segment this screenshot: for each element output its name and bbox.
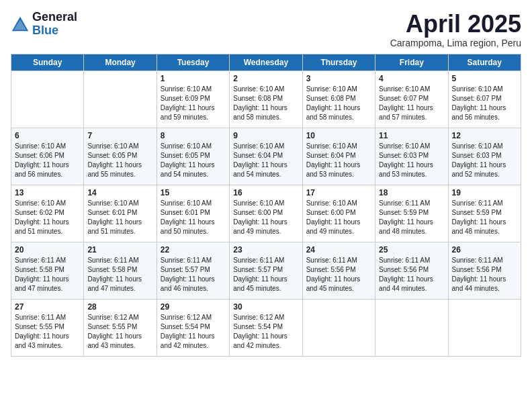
- day-info: Sunrise: 6:10 AM Sunset: 6:00 PM Dayligh…: [306, 199, 371, 236]
- day-number: 18: [379, 188, 444, 197]
- day-info: Sunrise: 6:11 AM Sunset: 5:56 PM Dayligh…: [379, 256, 444, 293]
- day-number: 2: [233, 74, 298, 83]
- day-info: Sunrise: 6:10 AM Sunset: 6:08 PM Dayligh…: [306, 85, 371, 122]
- day-number: 20: [15, 245, 80, 255]
- header-friday: Friday: [375, 54, 448, 71]
- title-block: April 2025 Carampoma, Lima region, Peru: [390, 11, 521, 48]
- calendar-cell-0-6: 5Sunrise: 6:10 AM Sunset: 6:07 PM Daylig…: [448, 71, 521, 128]
- weekday-header-row: Sunday Monday Tuesday Wednesday Thursday…: [11, 54, 521, 71]
- day-number: 27: [15, 302, 80, 312]
- calendar-cell-1-0: 6Sunrise: 6:10 AM Sunset: 6:06 PM Daylig…: [11, 128, 84, 185]
- calendar-cell-1-1: 7Sunrise: 6:10 AM Sunset: 6:05 PM Daylig…: [84, 128, 157, 185]
- calendar-row-3: 20Sunrise: 6:11 AM Sunset: 5:58 PM Dayli…: [11, 242, 521, 299]
- day-number: 16: [233, 188, 298, 197]
- day-info: Sunrise: 6:10 AM Sunset: 6:04 PM Dayligh…: [306, 142, 371, 179]
- calendar-cell-4-0: 27Sunrise: 6:11 AM Sunset: 5:55 PM Dayli…: [11, 299, 84, 356]
- day-number: 13: [15, 188, 80, 197]
- calendar-cell-4-5: [375, 299, 448, 356]
- calendar-cell-3-2: 22Sunrise: 6:11 AM Sunset: 5:57 PM Dayli…: [157, 242, 229, 299]
- day-info: Sunrise: 6:12 AM Sunset: 5:54 PM Dayligh…: [233, 313, 298, 351]
- calendar-row-2: 13Sunrise: 6:10 AM Sunset: 6:02 PM Dayli…: [11, 185, 521, 242]
- calendar-cell-1-3: 9Sunrise: 6:10 AM Sunset: 6:04 PM Daylig…: [230, 128, 302, 185]
- day-info: Sunrise: 6:11 AM Sunset: 5:59 PM Dayligh…: [452, 199, 517, 236]
- day-number: 10: [306, 131, 371, 140]
- header-monday: Monday: [84, 54, 157, 71]
- day-info: Sunrise: 6:12 AM Sunset: 5:54 PM Dayligh…: [161, 313, 226, 351]
- calendar-cell-0-5: 4Sunrise: 6:10 AM Sunset: 6:07 PM Daylig…: [375, 71, 448, 128]
- calendar-cell-3-1: 21Sunrise: 6:11 AM Sunset: 5:58 PM Dayli…: [84, 242, 157, 299]
- day-number: 14: [87, 188, 152, 197]
- calendar-cell-4-2: 29Sunrise: 6:12 AM Sunset: 5:54 PM Dayli…: [157, 299, 229, 356]
- day-number: 30: [233, 302, 298, 312]
- day-info: Sunrise: 6:11 AM Sunset: 5:57 PM Dayligh…: [233, 256, 298, 293]
- calendar-cell-2-1: 14Sunrise: 6:10 AM Sunset: 6:01 PM Dayli…: [84, 185, 157, 242]
- day-number: 3: [306, 74, 371, 83]
- day-info: Sunrise: 6:11 AM Sunset: 5:55 PM Dayligh…: [15, 313, 80, 351]
- calendar-cell-1-2: 8Sunrise: 6:10 AM Sunset: 6:05 PM Daylig…: [157, 128, 229, 185]
- day-info: Sunrise: 6:10 AM Sunset: 6:01 PM Dayligh…: [161, 199, 226, 236]
- calendar-cell-4-4: [302, 299, 375, 356]
- day-number: 21: [87, 245, 152, 255]
- day-number: 1: [161, 74, 226, 83]
- day-number: 5: [452, 74, 517, 83]
- header-tuesday: Tuesday: [157, 54, 229, 71]
- day-number: 25: [379, 245, 444, 255]
- calendar-row-1: 6Sunrise: 6:10 AM Sunset: 6:06 PM Daylig…: [11, 128, 521, 185]
- calendar-cell-3-4: 24Sunrise: 6:11 AM Sunset: 5:56 PM Dayli…: [302, 242, 375, 299]
- logo-blue-text: Blue: [32, 24, 77, 38]
- day-info: Sunrise: 6:10 AM Sunset: 6:02 PM Dayligh…: [15, 199, 80, 236]
- day-number: 17: [306, 188, 371, 197]
- calendar-cell-0-4: 3Sunrise: 6:10 AM Sunset: 6:08 PM Daylig…: [302, 71, 375, 128]
- calendar-cell-1-6: 12Sunrise: 6:10 AM Sunset: 6:03 PM Dayli…: [448, 128, 521, 185]
- calendar-cell-3-5: 25Sunrise: 6:11 AM Sunset: 5:56 PM Dayli…: [375, 242, 448, 299]
- day-number: 9: [233, 131, 298, 140]
- day-info: Sunrise: 6:11 AM Sunset: 5:58 PM Dayligh…: [15, 256, 80, 293]
- calendar-cell-2-6: 19Sunrise: 6:11 AM Sunset: 5:59 PM Dayli…: [448, 185, 521, 242]
- calendar-table: Sunday Monday Tuesday Wednesday Thursday…: [11, 54, 521, 357]
- day-info: Sunrise: 6:10 AM Sunset: 6:07 PM Dayligh…: [452, 85, 517, 122]
- logo: General Blue: [11, 11, 77, 38]
- day-info: Sunrise: 6:10 AM Sunset: 6:08 PM Dayligh…: [233, 85, 298, 122]
- calendar-body: 1Sunrise: 6:10 AM Sunset: 6:09 PM Daylig…: [11, 71, 521, 356]
- calendar-cell-1-4: 10Sunrise: 6:10 AM Sunset: 6:04 PM Dayli…: [302, 128, 375, 185]
- calendar-row-0: 1Sunrise: 6:10 AM Sunset: 6:09 PM Daylig…: [11, 71, 521, 128]
- day-info: Sunrise: 6:10 AM Sunset: 6:01 PM Dayligh…: [87, 199, 152, 236]
- day-number: 12: [452, 131, 517, 140]
- calendar-cell-2-0: 13Sunrise: 6:10 AM Sunset: 6:02 PM Dayli…: [11, 185, 84, 242]
- logo-general-text: General: [32, 11, 77, 24]
- calendar-cell-2-2: 15Sunrise: 6:10 AM Sunset: 6:01 PM Dayli…: [157, 185, 229, 242]
- day-info: Sunrise: 6:11 AM Sunset: 5:56 PM Dayligh…: [306, 256, 371, 293]
- day-info: Sunrise: 6:10 AM Sunset: 6:00 PM Dayligh…: [233, 199, 298, 236]
- day-number: 8: [161, 131, 226, 140]
- day-number: 29: [161, 302, 226, 312]
- calendar-cell-0-1: [84, 71, 157, 128]
- day-info: Sunrise: 6:11 AM Sunset: 5:58 PM Dayligh…: [87, 256, 152, 293]
- day-info: Sunrise: 6:10 AM Sunset: 6:05 PM Dayligh…: [87, 142, 152, 179]
- day-info: Sunrise: 6:10 AM Sunset: 6:03 PM Dayligh…: [379, 142, 444, 179]
- day-info: Sunrise: 6:11 AM Sunset: 5:57 PM Dayligh…: [161, 256, 226, 293]
- day-number: 11: [379, 131, 444, 140]
- day-number: 22: [161, 245, 226, 255]
- header-sunday: Sunday: [11, 54, 84, 71]
- calendar-cell-0-0: [11, 71, 84, 128]
- header-wednesday: Wednesday: [230, 54, 302, 71]
- header-thursday: Thursday: [302, 54, 375, 71]
- calendar-cell-1-5: 11Sunrise: 6:10 AM Sunset: 6:03 PM Dayli…: [375, 128, 448, 185]
- calendar-cell-4-6: [448, 299, 521, 356]
- day-info: Sunrise: 6:11 AM Sunset: 5:56 PM Dayligh…: [452, 256, 517, 293]
- calendar-cell-2-4: 17Sunrise: 6:10 AM Sunset: 6:00 PM Dayli…: [302, 185, 375, 242]
- day-number: 26: [452, 245, 517, 255]
- day-info: Sunrise: 6:10 AM Sunset: 6:04 PM Dayligh…: [233, 142, 298, 179]
- logo-icon: [11, 15, 30, 34]
- day-info: Sunrise: 6:10 AM Sunset: 6:05 PM Dayligh…: [161, 142, 226, 179]
- calendar-header: Sunday Monday Tuesday Wednesday Thursday…: [11, 54, 521, 71]
- location-text: Carampoma, Lima region, Peru: [390, 38, 521, 48]
- day-number: 15: [161, 188, 226, 197]
- header-saturday: Saturday: [448, 54, 521, 71]
- day-info: Sunrise: 6:10 AM Sunset: 6:03 PM Dayligh…: [452, 142, 517, 179]
- day-number: 7: [87, 131, 152, 140]
- day-info: Sunrise: 6:10 AM Sunset: 6:06 PM Dayligh…: [15, 142, 80, 179]
- calendar-cell-4-1: 28Sunrise: 6:12 AM Sunset: 5:55 PM Dayli…: [84, 299, 157, 356]
- calendar-cell-2-5: 18Sunrise: 6:11 AM Sunset: 5:59 PM Dayli…: [375, 185, 448, 242]
- day-info: Sunrise: 6:11 AM Sunset: 5:59 PM Dayligh…: [379, 199, 444, 236]
